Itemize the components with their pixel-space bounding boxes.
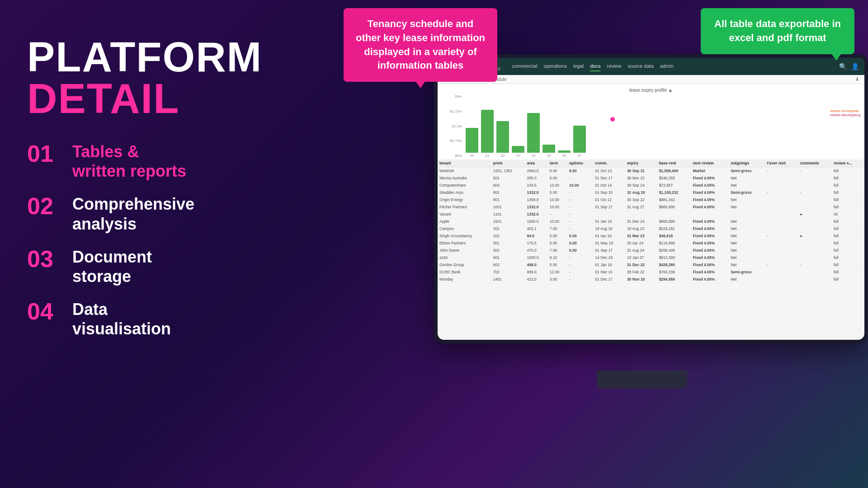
table-cell-6-1: 1101 [491,211,525,218]
table-cell-7-6: 31 Dec 24 [625,218,657,225]
user-icon[interactable]: 👤 [851,63,859,70]
table-cell-4-2: 1358.0 [525,196,548,203]
table-cell-5-12: full [832,203,864,211]
table-cell-0-0: WeWork [438,167,491,174]
table-row: Singh Accountancy20294.05.005.0001 Apr 1… [438,232,864,239]
table-cell-8-7: $229,181 [657,225,691,232]
table-cell-6-11: ● [798,211,832,218]
table-cell-8-5: 19 Aug 16 [593,225,625,232]
table-cell-8-0: Campos [438,225,491,232]
th-t-over-rent: t'over rent [765,160,798,167]
table-cell-9-9: Net [729,232,765,239]
table-cell-4-10 [765,196,798,203]
th-next-review: next review [691,160,729,167]
laptop-container: field prime 137 project skyward commerci… [416,54,868,371]
table-cell-15-8: Fixed 4.00% [691,276,729,283]
chart-y-label: $1.5m [443,124,462,128]
table-cell-8-4: - [567,225,593,232]
nav-link-review[interactable]: review [607,61,621,71]
table-cell-12-3: 8.10 [548,254,567,261]
table-cell-5-3: 10.00 [548,203,567,211]
table-cell-10-11 [798,239,832,247]
table-cell-8-6: 18 Aug 23 [625,225,657,232]
data-table: tenantpremareatermoptionscomm.expirybase… [438,160,864,334]
table-cell-15-5: 01 Dec 17 [593,276,625,283]
bar-label: 25 [547,154,551,158]
dot-marker [610,117,615,122]
table-cell-4-4: - [567,196,593,203]
table-cell-10-2: 175.5 [525,239,548,247]
download-icon[interactable]: ⬇ [855,77,859,82]
table-cell-13-5: 01 Jan 18 [593,261,625,268]
th-area: area [525,160,548,167]
table-cell-8-3: 7.00 [548,225,567,232]
table-cell-1-0: Mensa Australia [438,174,491,182]
table-cell-11-4: 5.00 [567,247,593,254]
table-cell-14-5: 01 Mar 10 [593,268,625,276]
table-cell-10-1: 301 [491,239,525,247]
feature-list: 01Tables &written reports02Comprehensive… [27,142,307,339]
search-icon[interactable]: 🔍 [839,63,847,70]
table-cell-7-9: Net [729,218,765,225]
nav-link-docs[interactable]: docs [590,61,600,71]
table-cell-12-8: Fixed 4.00% [691,254,729,261]
table-cell-0-12: full [832,167,864,174]
table-cell-15-9: Net [729,276,765,283]
nav-link-admin[interactable]: admin [660,61,674,71]
table-cell-8-8: Fixed 4.00% [691,225,729,232]
bar-label: 21 [486,154,490,158]
table-cell-6-12: nil [832,211,864,218]
table-cell-1-10 [765,174,798,182]
table-cell-14-9: Semi-gross [729,268,765,276]
table-cell-8-11 [798,225,832,232]
feature-item-3: 03Documentstorage [27,247,307,286]
nav-link-source-data[interactable]: source data [627,61,653,71]
table-cell-3-11: - [798,189,832,196]
table-cell-0-9: Semi-gross [729,167,765,174]
nav-link-legal[interactable]: legal [573,61,584,71]
table-cell-4-8: Fixed 4.00% [691,196,729,203]
table-cell-7-4: - [567,218,593,225]
table-cell-6-9 [729,211,765,218]
table-cell-13-7: $428,280 [657,261,691,268]
table-cell-5-7: $865,800 [657,203,691,211]
table-cell-7-12: full [832,218,864,225]
feature-text-2: Comprehensiveanalysis [72,194,194,233]
table-cell-5-1: 1001 [491,203,525,211]
laptop-screen: field prime 137 project skyward commerci… [438,58,864,340]
table-cell-8-10 [765,225,798,232]
nav-link-operations[interactable]: operations [544,61,567,71]
table-cell-14-2: 999.0 [525,268,548,276]
table-cell-11-3: 7.00 [548,247,567,254]
feature-item-1: 01Tables &written reports [27,142,307,181]
table-cell-2-8: Fixed 4.00% [691,182,729,189]
feature-number-3: 03 [27,247,63,271]
table-cell-12-10 [765,254,798,261]
nav-link-commercial[interactable]: commercial [512,61,537,71]
bar [496,121,509,153]
table-cell-2-6: 30 Sep 24 [625,182,657,189]
table-cell-0-5: 01 Oct 13 [593,167,625,174]
table-cell-10-7: $116,806 [657,239,691,247]
table-cell-11-8: Fixed 4.00% [691,247,729,254]
table-cell-7-0: Apple [438,218,491,225]
table-cell-11-10 [765,247,798,254]
table-cell-1-7: $240,255 [657,174,691,182]
table-cell-2-4: 10.00 [567,182,593,189]
th-outgoings: outgoings [729,160,765,167]
table-cell-5-2: 1332.0 [525,203,548,211]
feature-number-4: 04 [27,300,63,323]
table-cell-6-4: - [567,211,593,218]
table-cell-6-0: Vacant [438,211,491,218]
table-cell-3-7: $1,100,232 [657,189,691,196]
chart-bars: 2021222324252627 [466,94,859,158]
table-cell-13-0: Gordon Group [438,261,491,268]
table-cell-2-11 [798,182,832,189]
table-cell-8-1: 201 [491,225,525,232]
bar-label: 22 [501,154,505,158]
chart-title: lease expiry profile ▲ [443,88,859,93]
bar [573,126,586,153]
table-cell-13-10: - [765,261,798,268]
review-incomplete: review incomplete [830,109,861,113]
table-cell-3-12: full [832,189,864,196]
